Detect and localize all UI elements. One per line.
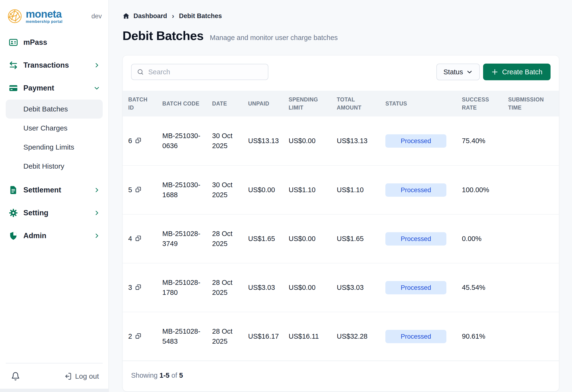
batch-date: 30 Oct 2025 [212, 180, 248, 200]
sidebar-item-debit-batches[interactable]: Debit Batches [6, 100, 103, 119]
globe-network-logo-icon [7, 9, 22, 24]
status-filter-button[interactable]: Status [436, 64, 480, 80]
sidebar: moneta membership portal dev mPass [0, 0, 109, 389]
brand-tagline: membership portal [26, 20, 63, 24]
batch-id: 3 [128, 283, 132, 292]
batch-code: MB-251028-5483 [162, 327, 212, 346]
page-title: Debit Batches [123, 29, 204, 43]
bell-icon[interactable] [11, 372, 20, 381]
toolbar-actions: Status Create Batch [436, 64, 551, 80]
table-row[interactable]: 2 MB-251028-5483 28 Oct 2025 US$16.17 US… [123, 312, 559, 361]
copy-icon[interactable] [135, 235, 142, 242]
batch-unpaid: US$3.03 [248, 283, 289, 292]
column-header: SPENDING LIMIT [289, 95, 337, 112]
create-batch-label: Create Batch [502, 68, 542, 76]
chevron-right-icon [94, 62, 100, 68]
home-icon[interactable] [123, 12, 130, 19]
batch-total: US$1.10 [337, 185, 385, 195]
sidebar-item-label: Admin [23, 231, 46, 240]
logout-button[interactable]: Log out [64, 372, 99, 380]
main-content: Dashboard › Debit Batches Debit Batches … [109, 0, 572, 392]
column-header: SUCCESS RATE [462, 95, 508, 112]
env-badge: dev [91, 13, 102, 20]
sidebar-item-user-charges[interactable]: User Charges [6, 119, 103, 138]
sidebar-item-transactions[interactable]: Transactions [6, 54, 103, 77]
batch-date: 30 Oct 2025 [212, 131, 248, 151]
copy-icon[interactable] [135, 186, 142, 193]
sidebar-subitem-label: Debit Batches [23, 105, 68, 113]
column-header: UNPAID [248, 100, 289, 108]
column-header: STATUS [385, 100, 462, 108]
sidebar-item-mpass[interactable]: mPass [6, 31, 103, 54]
sidebar-subitem-label: Spending Limits [23, 143, 74, 151]
sidebar-item-setting[interactable]: Setting [6, 201, 103, 224]
sidebar-item-label: Settlement [23, 186, 61, 194]
batch-success-rate: 0.00% [462, 234, 508, 244]
batch-success-rate: 45.54% [462, 283, 508, 292]
payment-submenu: Debit Batches User Charges Spending Limi… [6, 100, 103, 176]
batch-id: 6 [128, 136, 132, 146]
brand-name: moneta [26, 9, 63, 19]
batch-code: MB-251030-1688 [162, 180, 212, 200]
sidebar-subitem-label: User Charges [23, 124, 67, 132]
breadcrumb-dashboard[interactable]: Dashboard [133, 12, 167, 20]
batch-spending-limit: US$0.00 [289, 283, 337, 292]
sidebar-item-label: Payment [23, 84, 54, 92]
sidebar-item-settlement[interactable]: Settlement [6, 179, 103, 201]
batch-unpaid: US$13.13 [248, 136, 289, 146]
search-box [131, 64, 268, 80]
table-row[interactable]: 4 MB-251028-3749 28 Oct 2025 US$1.65 US$… [123, 214, 559, 263]
table-row[interactable]: 5 MB-251030-1688 30 Oct 2025 US$0.00 US$… [123, 165, 559, 214]
batch-unpaid: US$16.17 [248, 332, 289, 341]
column-header: SUBMISSION TIME [508, 95, 553, 112]
status-filter-label: Status [444, 68, 463, 76]
sidebar-item-debit-history[interactable]: Debit History [6, 157, 103, 176]
copy-icon[interactable] [135, 284, 142, 291]
transfer-arrows-icon [9, 60, 18, 70]
logout-label: Log out [75, 372, 99, 380]
brand-header: moneta membership portal dev [0, 0, 109, 24]
batch-spending-limit: US$16.11 [289, 332, 337, 341]
column-header: BATCH ID [128, 95, 162, 112]
batch-unpaid: US$1.65 [248, 234, 289, 244]
showing-total: 5 [179, 372, 183, 379]
breadcrumb-separator-icon: › [171, 12, 175, 20]
sidebar-item-payment[interactable]: Payment [6, 77, 103, 100]
table-row[interactable]: 6 MB-251030-0636 30 Oct 2025 US$13.13 US… [123, 117, 559, 165]
sidebar-nav: mPass Transactions Payme [0, 24, 109, 247]
batch-success-rate: 75.40% [462, 136, 508, 146]
batch-id: 5 [128, 185, 132, 195]
column-header: TOTAL AMOUNT [337, 95, 385, 112]
showing-label: Showing [131, 372, 158, 379]
batch-spending-limit: US$1.10 [289, 185, 337, 195]
sidebar-item-admin[interactable]: Admin [6, 224, 103, 247]
document-icon [9, 185, 18, 195]
chevron-right-icon [94, 233, 100, 239]
copy-icon[interactable] [135, 137, 142, 144]
create-batch-button[interactable]: Create Batch [483, 64, 551, 80]
status-badge: Processed [385, 330, 446, 343]
gear-icon [9, 208, 18, 218]
brand-name-block: moneta membership portal [26, 9, 63, 24]
search-input[interactable] [148, 68, 263, 76]
logout-icon [64, 372, 72, 380]
sidebar-item-spending-limits[interactable]: Spending Limits [6, 138, 103, 157]
chevron-right-icon [94, 187, 100, 193]
id-card-icon [9, 38, 18, 47]
batch-code: MB-251028-1780 [162, 278, 212, 297]
batch-success-rate: 100.00% [462, 185, 508, 195]
copy-icon[interactable] [135, 333, 142, 340]
batch-spending-limit: US$0.00 [289, 136, 337, 146]
batch-date: 28 Oct 2025 [212, 229, 248, 248]
of-label: of [171, 372, 177, 379]
status-badge: Processed [385, 183, 446, 197]
sidebar-item-label: mPass [23, 38, 47, 47]
chevron-down-icon [466, 69, 473, 75]
batch-date: 28 Oct 2025 [212, 327, 248, 346]
batch-success-rate: 90.61% [462, 332, 508, 341]
sidebar-divider [6, 363, 103, 363]
breadcrumb: Dashboard › Debit Batches [109, 0, 572, 20]
showing-range: 1-5 [159, 372, 169, 379]
batch-total: US$1.65 [337, 234, 385, 244]
table-row[interactable]: 3 MB-251028-1780 28 Oct 2025 US$3.03 US$… [123, 263, 559, 312]
